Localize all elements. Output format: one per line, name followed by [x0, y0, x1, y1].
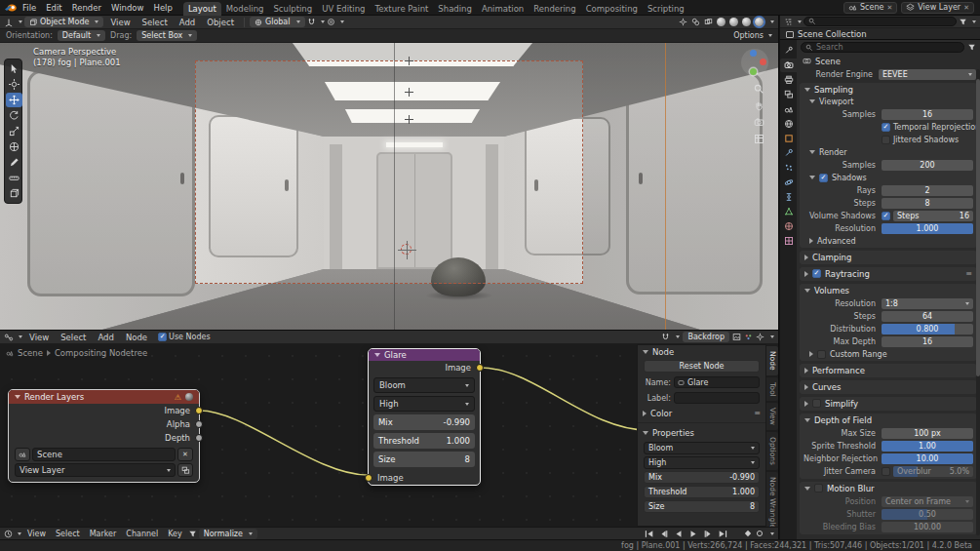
backdrop-toggle[interactable]: Backdrop — [683, 332, 729, 342]
chevron-down-icon[interactable] — [770, 532, 774, 535]
viewport-canvas[interactable]: Camera Perspective (178) fog | Plane.001 — [0, 43, 778, 330]
glare-size-slider[interactable]: Size8 — [373, 452, 475, 467]
axis-y-handle[interactable] — [750, 68, 757, 75]
tab-world-icon[interactable] — [780, 117, 797, 131]
workspace-tab-uv-editing[interactable]: UV Editing — [317, 2, 370, 16]
mb-bleeding-bias-field[interactable]: 100.00 — [882, 522, 973, 532]
editor-type-3d-icon[interactable] — [4, 18, 14, 27]
cmp-menu-select[interactable]: Select — [56, 333, 91, 342]
menu-file[interactable]: File — [18, 3, 41, 13]
image-output-socket[interactable] — [195, 407, 203, 414]
subpanel-custom-range-header[interactable]: Custom Range — [800, 348, 977, 360]
backdrop-image-icon[interactable] — [732, 333, 741, 341]
sidebar-tab-view[interactable]: View — [766, 403, 778, 430]
proportional-edit-icon[interactable] — [327, 18, 335, 26]
tab-physics-icon[interactable] — [780, 176, 797, 189]
play-reverse-button[interactable] — [672, 529, 685, 539]
shading-wireframe-icon[interactable] — [717, 18, 725, 26]
simplify-checkbox[interactable] — [812, 399, 821, 408]
filter-icon[interactable] — [967, 43, 976, 52]
play-button[interactable] — [686, 529, 699, 539]
raytracing-presets-icon[interactable]: ≡ — [965, 269, 972, 278]
shading-dropdown-icon[interactable] — [770, 20, 774, 23]
tool-annotate[interactable] — [6, 155, 22, 170]
snap-magnet-icon[interactable] — [661, 333, 670, 341]
tab-tool-icon[interactable] — [780, 44, 797, 58]
next-keyframe-button[interactable] — [701, 529, 714, 539]
panel-simplify-header[interactable]: Simplify — [800, 397, 977, 410]
tl-menu-select[interactable]: Select — [52, 530, 84, 538]
cmp-menu-node[interactable]: Node — [121, 333, 152, 342]
render-layers-node[interactable]: Render Layers ⚠ Image Alpha Depth Scene … — [8, 389, 200, 483]
workspace-tab-shading[interactable]: Shading — [433, 2, 477, 16]
volume-shadows-checkbox[interactable]: ✓ — [882, 212, 890, 220]
jitter-camera-checkbox[interactable] — [882, 467, 890, 476]
node-name-field[interactable]: Glare — [674, 376, 760, 388]
normalize-toggle[interactable]: Normalize — [199, 529, 257, 539]
collapse-node-icon[interactable] — [15, 395, 20, 399]
backdrop-channels-icon[interactable] — [744, 333, 753, 341]
drag-value-dropdown[interactable]: Select Box — [137, 30, 197, 41]
scene-name-field[interactable]: Scene — [32, 448, 176, 461]
tab-modifiers-icon[interactable] — [780, 146, 797, 160]
tool-move[interactable] — [6, 93, 22, 107]
options-button[interactable]: Options — [733, 31, 764, 40]
volumes-resolution-dropdown[interactable]: 1:8 — [882, 298, 973, 309]
sidebar-glare-type-dropdown[interactable]: Bloom — [644, 442, 760, 454]
shading-material-icon[interactable] — [742, 18, 751, 26]
render-samples-field[interactable]: 200 — [882, 160, 973, 171]
volumes-distribution-slider[interactable]: 0.800 — [882, 324, 973, 335]
tab-output-icon[interactable] — [780, 73, 797, 87]
panel-dof-header[interactable]: Depth of Field — [800, 413, 977, 426]
unlink-scene-button[interactable]: ✕ — [177, 448, 193, 461]
sidebar-tab-node[interactable]: Node — [766, 346, 778, 375]
panel-performance-header[interactable]: Performance — [800, 364, 977, 376]
outliner-editor-icon[interactable] — [784, 18, 793, 26]
sidebar-tab-options[interactable]: Options — [766, 432, 778, 470]
navigation-gizmo[interactable] — [741, 49, 768, 76]
glare-node[interactable]: Glare Image Bloom High Mix-0.990 Thresho… — [368, 348, 481, 486]
tab-particles-icon[interactable] — [780, 161, 797, 175]
tl-menu-channel[interactable]: Channel — [122, 530, 162, 538]
show-gizmo-icon[interactable] — [679, 18, 687, 26]
render-layer-button[interactable] — [177, 463, 193, 477]
cmp-menu-add[interactable]: Add — [93, 333, 118, 342]
tool-rotate[interactable] — [6, 108, 22, 123]
tab-object-data-icon[interactable] — [780, 205, 797, 218]
sidebar-glare-quality-dropdown[interactable]: High — [644, 456, 760, 469]
keying-set-icon[interactable] — [744, 530, 752, 537]
volumes-steps-field[interactable]: 64 — [882, 311, 973, 322]
tool-transform[interactable] — [6, 139, 22, 154]
menu-help[interactable]: Help — [148, 3, 176, 13]
scene-selector[interactable]: Scene ✕ — [843, 2, 897, 14]
reset-node-button[interactable]: Reset Node — [644, 360, 760, 373]
view-layer-dropdown[interactable]: View Layer — [15, 463, 176, 477]
menu-edit[interactable]: Edit — [41, 3, 66, 13]
axis-z-handle[interactable] — [750, 50, 757, 57]
snap-dropdown-icon[interactable] — [676, 335, 680, 338]
properties-section-header[interactable]: Properties — [638, 426, 765, 440]
panel-sampling-header[interactable]: Sampling — [800, 83, 977, 96]
panel-raytracing-header[interactable]: ✓Raytracing≡ — [800, 267, 977, 280]
shading-rendered-icon[interactable] — [755, 18, 764, 26]
vp-menu-object[interactable]: Object — [202, 18, 239, 27]
sidebar-threshold-slider[interactable]: Threshold1.000 — [644, 486, 760, 498]
view-layer-selector[interactable]: View Layer ✕ — [901, 2, 974, 14]
node-section-header[interactable]: Node — [638, 345, 765, 359]
dof-neighbor-rejection-slider[interactable]: 10.00 — [882, 453, 973, 464]
shadow-resolution-slider[interactable]: 1.000 — [882, 223, 973, 234]
blender-logo-icon[interactable] — [4, 3, 18, 13]
image-output-socket[interactable] — [476, 364, 484, 372]
filter-icon[interactable] — [188, 530, 197, 538]
tl-menu-key[interactable]: Key — [164, 530, 186, 538]
vp-menu-view[interactable]: View — [105, 18, 135, 27]
editor-type-dropdown-icon[interactable] — [19, 20, 22, 23]
temporal-reprojection-checkbox[interactable]: ✓ — [882, 123, 890, 132]
subpanel-advanced-header[interactable]: Advanced — [800, 235, 977, 247]
motion-blur-checkbox[interactable] — [814, 484, 823, 492]
tab-object-icon[interactable] — [780, 132, 797, 145]
mode-dropdown[interactable]: Object Mode — [24, 17, 103, 27]
node-canvas[interactable]: Scene Compositing Nodetree Render Layers… — [0, 344, 778, 527]
subpanel-shadows-header[interactable]: ✓Shadows — [800, 172, 977, 183]
snap-settings-dropdown-icon[interactable] — [321, 20, 325, 23]
